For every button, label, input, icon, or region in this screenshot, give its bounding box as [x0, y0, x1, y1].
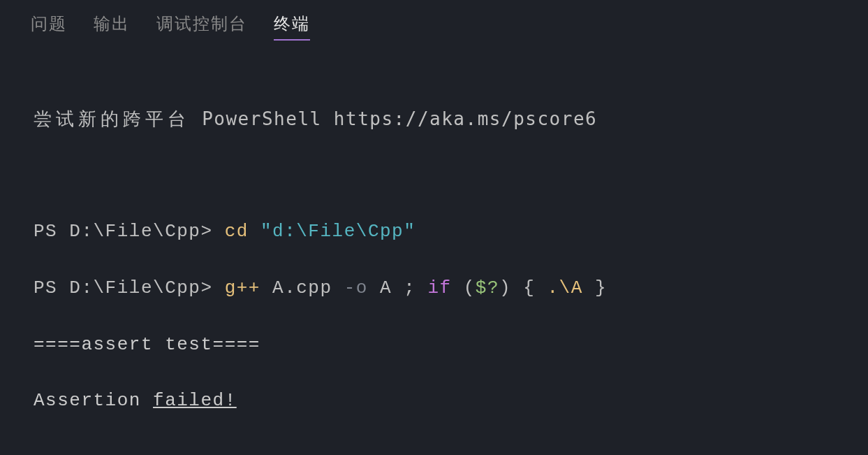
- cmd-gpp: g++: [225, 277, 260, 298]
- ps-prompt: PS D:\File\Cpp>: [34, 221, 225, 242]
- sp: [415, 277, 427, 298]
- terminal-output[interactable]: 尝试新的跨平台 PowerShell https://aka.ms/pscore…: [0, 49, 868, 455]
- cmd-var: $?: [476, 277, 499, 298]
- panel-tabs: 问题 输出 调试控制台 终端: [0, 0, 868, 49]
- terminal-line-compile: PS D:\File\Cpp> g++ A.cpp -o A ; if ($?)…: [34, 274, 868, 302]
- assert-failed: failed!: [153, 390, 237, 411]
- terminal-line-cd: PS D:\File\Cpp> cd "d:\File\Cpp": [34, 217, 868, 245]
- cmd-args: A.cpp: [260, 277, 344, 298]
- cmd-path-arg: "d:\File\Cpp": [249, 221, 415, 242]
- assert-text: Assertion: [34, 390, 153, 411]
- cmd-brace: }: [595, 277, 607, 298]
- cmd-paren: (: [464, 277, 476, 298]
- blank-line: [34, 443, 868, 455]
- cmd-paren: ): [499, 277, 511, 298]
- powershell-banner: 尝试新的跨平台 PowerShell https://aka.ms/pscore…: [34, 105, 868, 133]
- cmd-semi: ;: [404, 277, 415, 298]
- program-output: ====assert test====: [34, 331, 868, 359]
- cmd-if: if: [427, 277, 451, 298]
- tab-problems[interactable]: 问题: [31, 13, 67, 41]
- banner-cn: 尝试新的跨平台: [34, 108, 190, 129]
- sp: [583, 277, 595, 298]
- tab-terminal[interactable]: 终端: [274, 13, 310, 41]
- cmd-args: A: [368, 277, 404, 298]
- tab-output[interactable]: 输出: [94, 13, 130, 41]
- banner-latin: PowerShell https://aka.ms/pscore6: [190, 108, 597, 129]
- cmd-brace: {: [523, 277, 535, 298]
- cmd-cd: cd: [225, 221, 249, 242]
- sp: [452, 277, 464, 298]
- program-output: Assertion failed!: [34, 387, 868, 414]
- tab-debug-console[interactable]: 调试控制台: [156, 13, 247, 41]
- ps-prompt: PS D:\File\Cpp>: [34, 277, 225, 298]
- cmd-flag-o: -o: [344, 277, 368, 298]
- cmd-run: .\A: [547, 277, 583, 298]
- sp: [511, 277, 523, 298]
- blank-line: [34, 161, 868, 189]
- sp: [535, 277, 547, 298]
